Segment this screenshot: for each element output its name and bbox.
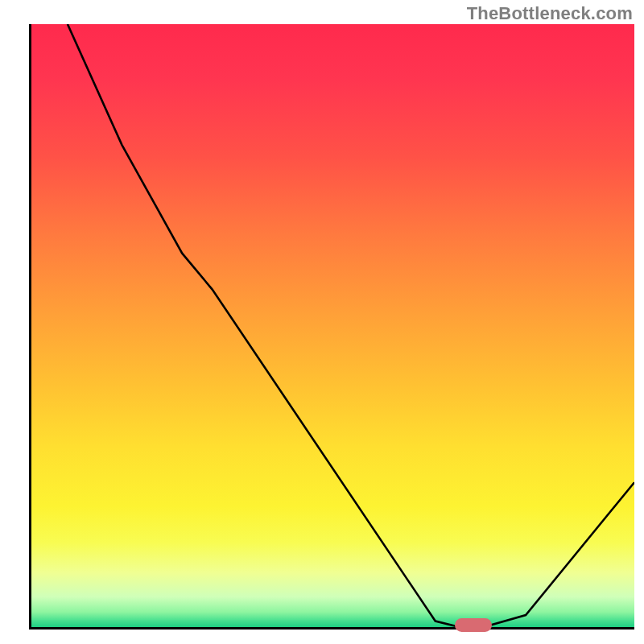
watermark-text: TheBottleneck.com <box>467 3 633 24</box>
optimal-marker <box>455 618 491 632</box>
chart-line <box>31 24 634 627</box>
chart-plot-area <box>29 24 634 630</box>
curve-path <box>68 24 634 627</box>
